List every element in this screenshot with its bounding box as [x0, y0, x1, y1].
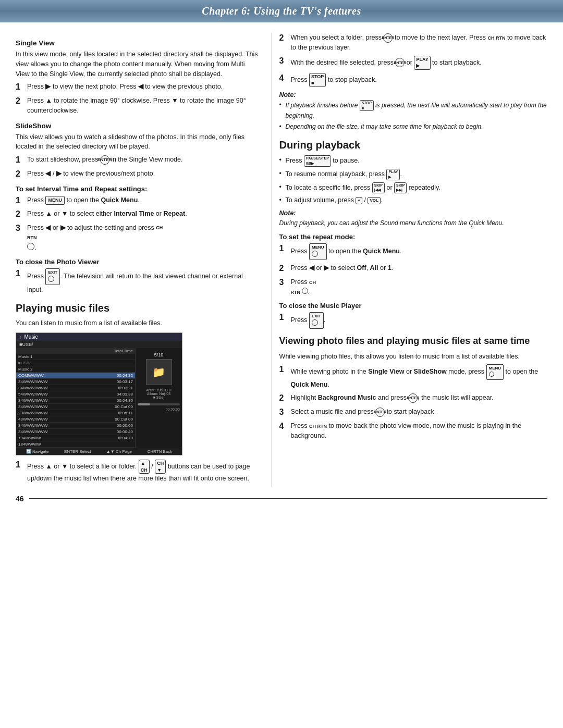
step-content: When you select a folder, press ENTER to… [291, 33, 547, 53]
mp-file-row: 34WWW/WWW00:00:40 [16, 429, 135, 435]
mp-bottom-bar: 🔄 Navigate ENTER Select ▲▼ Ch Page CHRTN… [16, 448, 182, 455]
mp-page-label: ▲▼ Ch Page [106, 449, 132, 454]
music-step-3: 3 With the desired file selected, press … [279, 56, 547, 70]
repeat-mode-section: To set the repeat mode: 1 Press MENU to … [279, 233, 547, 297]
step-number: 1 [279, 364, 291, 375]
step-number: 3 [16, 223, 27, 234]
note-2-label: Note: [279, 209, 547, 217]
mp-file-row: 34WWW/WWW00:04:80 [16, 398, 135, 404]
step-content: Press ◀ or ▶ to adjust the setting and p… [27, 223, 261, 252]
repeat-step-3: 3 Press CHRTN . [279, 277, 547, 297]
single-view-section: Single View In this view mode, only file… [16, 39, 261, 116]
step-content: Highlight Background Music and press ENT… [291, 393, 547, 403]
vol-key-icon: VOL [368, 197, 380, 204]
interval-step-1: 1 Press MENU to open the Quick Menu. [16, 195, 261, 206]
step-content: Press MENU to open the Quick Menu. [291, 243, 547, 260]
enter-key-icon: ENTER [408, 393, 418, 403]
mp-progress-fill [138, 403, 150, 405]
music-step-1: 1 Press ▲ or ▼ to select a file or folde… [16, 460, 261, 484]
right-column: 2 When you select a folder, press ENTER … [271, 33, 547, 487]
mp-nav-label: 🔄 Navigate [26, 449, 49, 454]
mp-col-time: Total Time [114, 349, 133, 353]
mp-file-row-selected: COMWWWW00:04:32 [16, 373, 135, 379]
interval-repeat-section: To set Interval Time and Repeat settings… [16, 185, 261, 253]
step-number: 4 [279, 73, 291, 84]
mp-file-row: 34WWW/WWW00:03:17 [16, 379, 135, 385]
step-number: 1 [279, 312, 291, 323]
page-down-key-icon: CH▼ [155, 460, 166, 474]
note-2: Note: During playback, you can adjust th… [279, 209, 547, 228]
step-number: 1 [16, 460, 27, 471]
during-playback-heading: During playback [279, 139, 547, 151]
repeat-step-2: 2 Press ◀ or ▶ to select Off, All or 1. [279, 263, 547, 274]
close-photo-step-1: 1 Press EXIT. The television will return… [16, 268, 261, 295]
bullet-item: To locate a specific file, press SKIP|◀◀… [279, 182, 547, 194]
enter-key-icon: ENTER [383, 33, 393, 43]
close-photo-heading: To close the Photo Viewer [16, 258, 261, 266]
page-number: 46 [16, 495, 29, 503]
step-number: 1 [16, 195, 27, 206]
viewing-step-4: 4 Press CH RTN to move back the photo vi… [279, 421, 547, 441]
step-content: Press ▲ to rotate the image 90° clockwis… [27, 96, 261, 116]
step-number: 1 [16, 82, 27, 93]
mp-header: Total Time [16, 348, 135, 354]
note-item: If playback finishes before STOP■ is pre… [279, 100, 547, 121]
steps-continued: 2 When you select a folder, press ENTER … [279, 33, 547, 87]
interval-step-2: 2 Press ▲ or ▼ to select either Interval… [16, 209, 261, 220]
enter-key-icon: ENTER [395, 58, 405, 67]
step-number: 2 [16, 209, 27, 220]
bullet-item: Press PAUSE/STEPII/II▶ to pause. [279, 155, 547, 167]
step-number: 1 [16, 155, 27, 166]
page-footer: 46 [0, 487, 563, 505]
step-content: Press EXIT. [291, 312, 547, 329]
mp-progress-bar [138, 403, 180, 405]
music-icon: ♪ [19, 335, 22, 340]
single-view-description: In this view mode, only files located in… [16, 50, 261, 79]
mp-back-label: CHRTN Back [147, 449, 172, 454]
step-number: 1 [16, 268, 27, 279]
playing-music-description: You can listen to music from a list of a… [16, 318, 261, 328]
note-label: Note: [279, 91, 547, 98]
repeat-step-1: 1 Press MENU to open the Quick Menu. [279, 243, 547, 260]
slideshow-step-1: 1 To start slideshow, press ENTER in the… [16, 155, 261, 166]
vol-up-key-icon: + [356, 197, 362, 204]
step-content: Press CH RTN to move back the photo view… [291, 421, 547, 441]
mp-time: 00:00:00 [166, 408, 180, 411]
page-container: Chapter 6: Using the TV's features Singl… [0, 0, 563, 728]
mp-file-row: 43WWW/WWW00:Cut 00 [16, 416, 135, 423]
viewing-step-2: 2 Highlight Background Music and press E… [279, 393, 547, 404]
step-number: 2 [279, 33, 291, 44]
exit-key-icon: EXIT [45, 268, 60, 285]
play-key-icon: PLAY▶ [414, 56, 430, 70]
step-content: Select a music file and press ENTER to s… [291, 407, 547, 417]
mp-file-row: Music 2 [16, 366, 135, 373]
note-1: Note: If playback finishes before STOP■ … [279, 91, 547, 132]
menu-key-icon: MENU [309, 243, 327, 260]
mp-size: ■ Size: [146, 396, 172, 399]
mp-file-row: 194WWWW00:04:70 [16, 435, 135, 441]
enter-key-icon: ENTER [375, 408, 385, 417]
mp-album: Album: Najif03 [146, 392, 172, 396]
mp-title: Music [25, 334, 38, 340]
mp-file-row: 23WWW/WWW00:05:11 [16, 410, 135, 416]
step-number: 2 [279, 393, 291, 404]
chapter-header: Chapter 6: Using the TV's features [0, 0, 563, 22]
interval-repeat-heading: To set Interval Time and Repeat settings… [16, 185, 261, 193]
viewing-photo-section: Viewing photo files and playing music fi… [279, 335, 547, 440]
single-view-step-2: 2 Press ▲ to rotate the image 90° clockw… [16, 96, 261, 116]
slideshow-step-2: 2 Press ◀ / ▶ to view the previous/next … [16, 169, 261, 180]
step-content: Press STOP■ to stop playback. [291, 73, 547, 87]
single-view-heading: Single View [16, 39, 261, 47]
music-step-4: 4 Press STOP■ to stop playback. [279, 73, 547, 87]
mp-file-row: Music 1 [16, 354, 135, 360]
close-music-section: To close the Music Player 1 Press EXIT. [279, 302, 547, 329]
enter-key-icon: ENTER [100, 155, 109, 165]
slideshow-description: This view allows you to watch a slidesho… [16, 132, 261, 152]
mp-right-panel: 5/10 📁 Artist: 196CD H Album: Najif03 ■ … [135, 348, 182, 448]
step-content: Press ▶ to view the next photo. Press ◀ … [27, 82, 261, 92]
bullet-item: To adjust volume, press + / VOL. [279, 195, 547, 205]
mp-album-art: 📁 [146, 359, 172, 385]
step-number: 2 [279, 263, 291, 274]
step-number: 1 [279, 243, 291, 254]
playing-music-section: Playing music files You can listen to mu… [16, 302, 261, 484]
